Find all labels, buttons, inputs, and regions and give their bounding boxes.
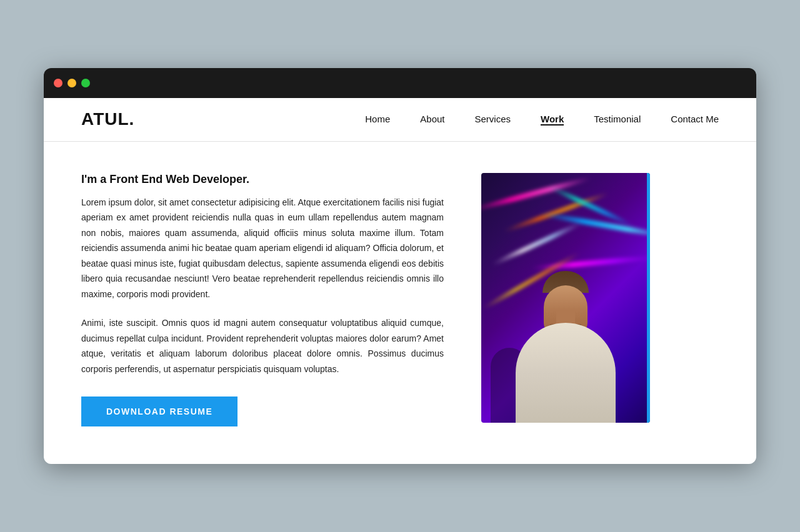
hero-text: I'm a Front End Web Developer. Lorem ips…	[81, 173, 444, 427]
nav-link-home[interactable]: Home	[365, 114, 390, 124]
browser-content: ATUL. Home About Services Work Testimoni…	[44, 98, 756, 465]
nav-item-work[interactable]: Work	[541, 114, 564, 125]
hero-image	[481, 173, 650, 423]
nav-links: Home About Services Work Testimonial Con…	[365, 114, 719, 125]
nav-item-home[interactable]: Home	[365, 114, 390, 125]
person-neck	[556, 310, 575, 324]
maximize-button[interactable]	[81, 79, 90, 87]
nav-item-services[interactable]: Services	[475, 114, 511, 125]
nav-link-contact[interactable]: Contact Me	[671, 114, 719, 124]
nav-link-about[interactable]: About	[420, 114, 444, 124]
blue-border-accent	[647, 173, 650, 423]
minimize-button[interactable]	[68, 79, 76, 87]
site-logo[interactable]: ATUL.	[81, 109, 134, 129]
nav-link-services[interactable]: Services	[475, 114, 511, 124]
person-body	[516, 323, 616, 423]
close-button[interactable]	[54, 79, 62, 87]
browser-window: ATUL. Home About Services Work Testimoni…	[44, 68, 756, 465]
download-resume-button[interactable]: DOWNLOAD RESUME	[81, 397, 238, 426]
nav-item-about[interactable]: About	[420, 114, 444, 125]
browser-titlebar	[44, 68, 756, 98]
nav-link-testimonial[interactable]: Testimonial	[594, 114, 641, 124]
navbar: ATUL. Home About Services Work Testimoni…	[44, 98, 756, 142]
hero-paragraph-2: Animi, iste suscipit. Omnis quos id magn…	[81, 315, 444, 377]
hero-image-background	[481, 173, 650, 423]
hero-paragraph-1: Lorem ipsum dolor, sit amet consectetur …	[81, 195, 444, 302]
nav-item-testimonial[interactable]: Testimonial	[594, 114, 641, 125]
nav-link-work[interactable]: Work	[541, 114, 564, 126]
person-figure	[503, 248, 628, 423]
hero-section: I'm a Front End Web Developer. Lorem ips…	[44, 142, 756, 465]
nav-item-contact[interactable]: Contact Me	[671, 114, 719, 125]
hero-title: I'm a Front End Web Developer.	[81, 173, 444, 186]
